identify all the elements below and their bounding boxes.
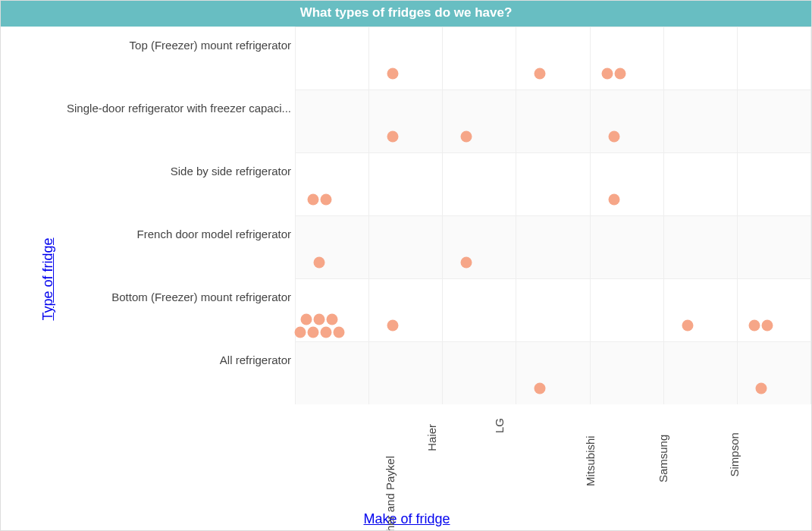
y-tick-label: Side by side refrigerator [3,165,291,178]
row-band [295,341,810,404]
x-axis-title[interactable]: Make of fridge [363,511,450,527]
data-point[interactable] [327,313,338,325]
grid-line [442,27,443,404]
chart-title: What types of fridges do we have? [1,1,811,27]
grid-line [368,27,369,404]
data-point[interactable] [755,383,767,394]
data-point[interactable] [608,131,619,143]
data-point[interactable] [314,257,325,269]
data-point[interactable] [602,68,613,80]
x-tick-label: Fisher and Paykel [384,456,397,531]
data-point[interactable] [535,383,546,394]
data-point[interactable] [387,131,399,143]
data-point[interactable] [682,320,693,331]
data-point[interactable] [333,326,344,338]
data-point[interactable] [320,326,331,338]
data-point[interactable] [320,194,331,206]
data-point[interactable] [762,320,773,331]
y-tick-label: Single-door refrigerator with freezer ca… [3,102,291,115]
grid-line [810,27,811,404]
data-point[interactable] [461,131,472,143]
data-point[interactable] [307,326,318,338]
y-axis-title[interactable]: Type of fridge [40,237,56,320]
data-point[interactable] [387,68,399,80]
chart-area: Type of fridge Make of fridge Top (Freez… [1,27,812,531]
grid-line [516,27,516,404]
x-tick-label: Samsung [657,435,669,482]
data-point[interactable] [535,68,546,80]
data-point[interactable] [461,257,472,269]
data-point[interactable] [749,320,760,331]
data-point[interactable] [314,313,325,325]
plot-region [295,27,810,404]
data-point[interactable] [615,68,626,80]
x-tick-label: LG [493,418,506,433]
row-band [295,278,810,341]
data-point[interactable] [294,326,306,338]
grid-line [663,27,664,404]
x-tick-label: Haier [425,424,438,451]
data-point[interactable] [307,194,318,206]
y-tick-label: Bottom (Freezer) mount refrigerator [3,291,291,303]
grid-line [737,27,738,404]
row-band [295,215,810,278]
grid-line [590,27,591,404]
row-band [295,90,810,152]
y-tick-label: French door model refrigerator [3,228,291,240]
y-tick-label: Top (Freezer) mount refrigerator [3,39,291,52]
x-tick-label: Simpson [728,432,741,476]
row-band [295,152,810,215]
row-band [295,27,810,90]
grid-line [295,27,296,404]
chart-frame: What types of fridges do we have? Type o… [0,0,812,531]
data-point[interactable] [608,194,619,206]
y-tick-label: All refrigerator [3,353,291,366]
data-point[interactable] [387,320,399,331]
data-point[interactable] [301,313,312,325]
x-tick-label: Mitsubishi [584,435,597,486]
